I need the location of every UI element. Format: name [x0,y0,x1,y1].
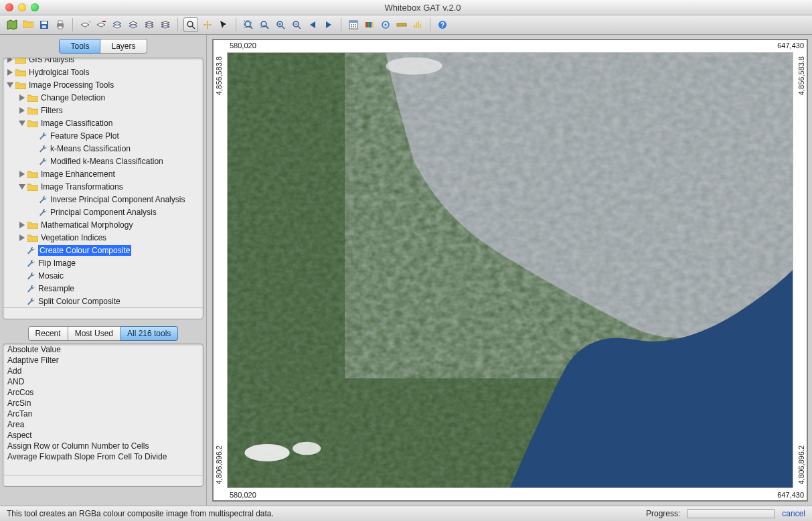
tool-icon [26,258,35,268]
list-hscroll[interactable] [3,475,203,486]
tab-layers[interactable]: Layers [100,39,147,54]
disclosure-icon[interactable] [18,234,26,242]
tab-recent[interactable]: Recent [28,326,68,341]
list-item[interactable]: Area [3,419,203,430]
map-canvas[interactable] [227,52,793,488]
tree-tool[interactable]: Flip Image [3,256,203,269]
zoom-in-icon[interactable] [274,18,287,31]
zoom-full-icon[interactable] [242,18,255,31]
raster-calc-icon[interactable] [347,18,360,31]
tree-folder[interactable]: Filters [3,104,203,117]
svg-point-31 [353,26,354,27]
tree-folder[interactable]: GIS Analysis [3,58,203,66]
zoom-window-icon[interactable] [31,3,39,11]
identify-icon[interactable] [379,18,392,31]
pan-icon[interactable] [201,18,214,31]
toolbar: ＋ ? [0,15,812,35]
list-item[interactable]: Assign Row or Column Number to Cells [3,441,203,451]
tool-icon [38,195,48,204]
list-item[interactable]: Add [3,366,203,376]
print-icon[interactable] [54,18,67,31]
list-item[interactable]: ArcTan [3,408,203,419]
disclosure-icon[interactable] [18,221,26,229]
tool-icon [38,144,48,153]
coord-y-bottom-right: 4,806,896.2 [797,445,805,484]
svg-rect-33 [366,22,368,27]
map-icon[interactable] [5,18,19,31]
tool-icon [26,297,35,306]
svg-rect-26 [349,21,357,23]
folder-icon [15,81,26,89]
tree-tool[interactable]: Create Colour Composite [3,244,203,256]
list-item[interactable]: ArcCos [3,387,203,398]
list-item[interactable]: Adaptive Filter [3,355,203,366]
close-window-icon[interactable] [5,3,13,11]
list-item[interactable]: ArcSin [3,398,203,408]
layer-bottom-icon[interactable] [159,18,172,31]
tree-folder[interactable]: Vegetation Indices [3,231,203,244]
svg-point-13 [245,21,250,27]
prev-extent-icon[interactable] [306,18,319,31]
save-icon[interactable] [37,18,51,31]
tree-folder[interactable]: Image Classification [3,117,203,129]
tree-hscroll[interactable] [3,307,203,319]
tree-item-label: Vegetation Indices [41,233,106,242]
tree-tool[interactable]: Inverse Principal Component Analysis [3,193,203,206]
cancel-link[interactable]: cancel [782,509,805,518]
measure-icon[interactable] [395,18,408,31]
tab-most-used[interactable]: Most Used [68,326,120,341]
histogram-icon[interactable] [411,18,424,31]
tree-folder[interactable]: Mathematical Morphology [3,218,203,231]
layer-top-icon[interactable] [143,18,156,31]
zoom-layer-icon[interactable] [258,18,271,31]
disclosure-icon[interactable] [18,183,26,191]
svg-rect-44 [414,25,415,28]
tree-tool[interactable]: k-Means Classification [3,142,203,155]
coord-x-left-bottom: 580,020 [230,491,256,499]
zoom-box-icon[interactable] [183,17,198,32]
next-extent-icon[interactable] [322,18,335,31]
select-icon[interactable] [217,18,230,31]
layer-up-icon[interactable] [110,18,124,31]
minimize-window-icon[interactable] [18,3,26,11]
list-item[interactable]: AND [3,376,203,387]
disclosure-icon[interactable] [18,170,26,178]
remove-layer-icon[interactable] [94,18,108,31]
tree-tool[interactable]: Resample [3,282,203,295]
svg-point-30 [351,26,352,27]
palette-icon[interactable] [363,18,376,31]
disclosure-icon[interactable] [6,58,14,64]
all-tools-panel: Absolute ValueAdaptive FilterAddANDArcCo… [3,344,204,487]
disclosure-icon[interactable] [6,81,14,89]
tools-tree[interactable]: GIS AnalysisHydrolgical ToolsImage Proce… [3,58,203,307]
tree-tool[interactable]: Feature Space Plot [3,129,203,142]
tree-tool[interactable]: Mosaic [3,269,203,282]
disclosure-icon[interactable] [18,106,26,115]
disclosure-icon[interactable] [18,119,26,127]
tree-folder[interactable]: Image Transformations [3,180,203,193]
disclosure-icon[interactable] [6,68,14,76]
list-item[interactable]: Average Flowpath Slope From Cell To Divi… [3,451,203,462]
disclosure-icon[interactable] [18,94,26,102]
tree-folder[interactable]: Change Detection [3,91,203,104]
all-tools-list[interactable]: Absolute ValueAdaptive FilterAddANDArcCo… [3,344,203,475]
open-icon[interactable] [21,18,35,31]
help-icon[interactable]: ? [436,18,449,31]
add-layer-icon[interactable]: ＋ [78,18,92,31]
list-item[interactable]: Aspect [3,430,203,441]
tab-all-tools[interactable]: All 216 tools [120,326,178,341]
zoom-out-icon[interactable] [290,18,303,31]
tree-folder[interactable]: Image Enhancement [3,167,203,180]
map-area: 580,020 647,430 580,020 647,430 4,856,58… [207,35,812,506]
list-item[interactable]: Absolute Value [3,344,203,355]
layer-down-icon[interactable] [127,18,140,31]
tree-item-label: Resample [38,284,74,293]
tab-tools[interactable]: Tools [59,39,100,54]
coord-x-left-top: 580,020 [230,42,256,50]
tree-tool[interactable]: Principal Component Analysis [3,206,203,218]
tree-item-label: Inverse Principal Component Analysis [50,195,185,204]
tree-folder[interactable]: Hydrolgical Tools [3,66,203,78]
tree-tool[interactable]: Split Colour Composite [3,295,203,307]
tree-folder[interactable]: Image Processing Tools [3,78,203,91]
tree-tool[interactable]: Modified k-Means Classification [3,155,203,167]
